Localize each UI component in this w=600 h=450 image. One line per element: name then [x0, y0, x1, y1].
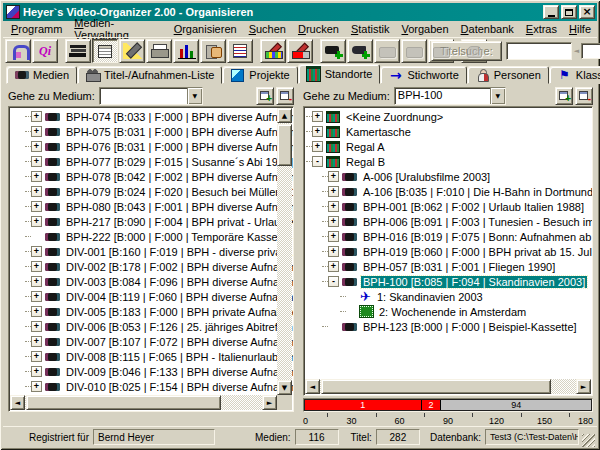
- tree-expander[interactable]: +: [31, 351, 42, 362]
- tab-personen[interactable]: Personen: [467, 66, 549, 84]
- tree-expander[interactable]: +: [31, 111, 42, 122]
- tree-item[interactable]: + BPH-076 [B:031 | F:000 | BPH diverse A…: [11, 139, 293, 154]
- tree-item[interactable]: + BPH-075 [B:031 | F:000 | BPH diverse A…: [11, 124, 293, 139]
- tree-item[interactable]: + DIV-001 [B:160 | F:019 | BPH - diverse…: [11, 244, 293, 259]
- tree-item[interactable]: + <Keine Zuordnung>: [306, 109, 592, 124]
- menu-hilfe[interactable]: Hilfe: [563, 22, 597, 36]
- right-goto-medium-combobox[interactable]: BPH-100 ▼: [394, 87, 506, 105]
- scrollbar-thumb[interactable]: [277, 124, 292, 166]
- left-goto-medium-combobox[interactable]: ▼: [99, 87, 203, 105]
- horizontal-scrollbar[interactable]: ◄ ►: [10, 395, 277, 410]
- expand-all-button[interactable]: +: [555, 87, 573, 105]
- tree-expander[interactable]: +: [31, 141, 42, 152]
- tree-item[interactable]: + BPH-006 [B:091 | F:003 | Tunesien - Be…: [306, 214, 592, 229]
- tree-item[interactable]: + DIV-003 [B:084 | F:096 | BPH diverse A…: [11, 274, 293, 289]
- medien-verwaltung-button[interactable]: [65, 39, 91, 63]
- tree-item[interactable]: BPH-123 [B:000 | F:000 | Beispiel-Kasset…: [306, 319, 592, 334]
- vorgaben-button[interactable]: [200, 39, 226, 63]
- tree-item[interactable]: + DIV-007 [B:107 | F:072 | BPH diverse A…: [11, 334, 293, 349]
- menu-statistik[interactable]: Statistik: [345, 22, 396, 36]
- neues-medium-button[interactable]: [320, 39, 346, 63]
- menu-programm[interactable]: Programm: [5, 22, 68, 36]
- tree-expander[interactable]: +: [31, 261, 42, 272]
- tree-item[interactable]: + Regal A: [306, 139, 592, 154]
- tree-item[interactable]: + Kamertasche: [306, 124, 592, 139]
- menu-organisieren[interactable]: Organisieren: [168, 22, 243, 36]
- tree-expander[interactable]: +: [31, 201, 42, 212]
- organisieren-button[interactable]: [92, 39, 118, 63]
- tree-expander[interactable]: +: [312, 126, 323, 137]
- tree-expander[interactable]: +: [31, 366, 42, 377]
- quickinfo-button[interactable]: Qi: [32, 39, 58, 63]
- tree-expander[interactable]: +: [328, 261, 339, 272]
- scroll-right-button[interactable]: ►: [262, 395, 277, 410]
- tree-expander[interactable]: +: [31, 306, 42, 317]
- menu-datenbank[interactable]: Datenbank: [455, 22, 520, 36]
- tree-item[interactable]: + BPH-001 [B:062 | F:002 | Urlaub Italie…: [306, 199, 592, 214]
- listen-button[interactable]: [227, 39, 253, 63]
- horizontal-scrollbar[interactable]: ◄ ►: [305, 379, 591, 394]
- tree-item[interactable]: + BPH-077 [B:029 | F:015 | Susanne´s Abi…: [11, 154, 293, 169]
- tree-expander[interactable]: +: [328, 171, 339, 182]
- statistik-button[interactable]: [173, 39, 199, 63]
- vertical-scrollbar[interactable]: ▲ ▼: [277, 108, 292, 395]
- menu-suchen[interactable]: Suchen: [243, 22, 292, 36]
- menu-vorgaben[interactable]: Vorgaben: [395, 22, 454, 36]
- scroll-left-button[interactable]: ◄: [10, 395, 25, 410]
- suchen-button[interactable]: [119, 39, 145, 63]
- minimize-button[interactable]: [543, 5, 559, 19]
- tree-expander[interactable]: +: [31, 186, 42, 197]
- tree-expander[interactable]: +: [312, 111, 323, 122]
- tab-stichworte[interactable]: → Stichworte: [380, 66, 466, 84]
- scrollbar-thumb[interactable]: [321, 379, 551, 394]
- tab-klassifizierungen[interactable]: ⚑ Klassifizierungen: [549, 66, 600, 84]
- tree-expander[interactable]: +: [31, 321, 42, 332]
- scrollbar-thumb[interactable]: [26, 395, 221, 410]
- tree-item[interactable]: + BPH-057 [B:031 | F:001 | Fliegen 1990]: [306, 259, 592, 274]
- scroll-right-button[interactable]: ►: [576, 379, 591, 394]
- resize-grip[interactable]: [582, 434, 595, 447]
- medium-bearbeiten-button[interactable]: [374, 39, 400, 63]
- tree-item[interactable]: - BPH-100 [B:085 | F:094 | Skandinavien …: [306, 274, 592, 289]
- tree-expander[interactable]: +: [31, 276, 42, 287]
- tree-expander[interactable]: +: [31, 216, 42, 227]
- tree-item[interactable]: 2: Wochenende in Amsterdam: [306, 304, 592, 319]
- tab-medien[interactable]: Medien: [6, 66, 77, 84]
- etiketten-drucken-button[interactable]: [260, 39, 286, 63]
- prev-record-arrow-icon[interactable]: ◄: [572, 47, 581, 55]
- tree-expander[interactable]: +: [31, 381, 42, 392]
- menu-drucken[interactable]: Drucken: [292, 22, 345, 36]
- medium-loeschen-button[interactable]: [401, 39, 427, 63]
- drucken-button[interactable]: [146, 39, 172, 63]
- tree-expander[interactable]: +: [328, 246, 339, 257]
- tab-projekte[interactable]: Projekte: [222, 66, 297, 84]
- collapse-all-button[interactable]: -: [276, 87, 294, 105]
- tree-expander[interactable]: +: [328, 186, 339, 197]
- tree-item[interactable]: + DIV-009 [B:046 | F:133 | BPH diverse A…: [11, 364, 293, 379]
- tree-item[interactable]: + BPH-080 [B:043 | F:001 | BPH diverse A…: [11, 199, 293, 214]
- record-number-box[interactable]: [581, 43, 600, 59]
- tree-item[interactable]: ✈ 1: Skandinavien 2003: [306, 289, 592, 304]
- tree-item[interactable]: + A-006 [Uralubsfilme 2003]: [306, 169, 592, 184]
- expand-all-button[interactable]: +: [256, 87, 274, 105]
- etiketten-gestalten-button[interactable]: [287, 39, 313, 63]
- tree-item[interactable]: + DIV-008 [B:115 | F:065 | BPH - Italien…: [11, 349, 293, 364]
- tree-item[interactable]: + BPH-074 [B:033 | F:000 | BPH diverse A…: [11, 109, 293, 124]
- tree-item[interactable]: + BPH-079 [B:024 | F:020 | Besuch bei Mü…: [11, 184, 293, 199]
- tree-item[interactable]: + DIV-010 [B:025 | F:154 | BPH diverse A…: [11, 379, 293, 394]
- collapse-all-button[interactable]: -: [575, 87, 593, 105]
- tree-item[interactable]: + BPH-016 [B:019 | F:075 | Bonn: Aufnahm…: [306, 229, 592, 244]
- tree-expander[interactable]: -: [312, 156, 323, 167]
- scroll-up-button[interactable]: ▲: [277, 108, 292, 123]
- tree-item[interactable]: + DIV-002 [B:178 | F:002 | BPH diverse A…: [11, 259, 293, 274]
- tab-standorte[interactable]: Standorte: [298, 64, 381, 84]
- tree-item[interactable]: + BPH-019 [B:060 | F:000 | BPH privat ab…: [306, 244, 592, 259]
- tree-expander[interactable]: +: [31, 126, 42, 137]
- combobox-dropdown-button[interactable]: ▼: [187, 88, 202, 104]
- tree-expander[interactable]: +: [31, 246, 42, 257]
- tree-expander[interactable]: +: [31, 291, 42, 302]
- neue-aufnahme-button[interactable]: [347, 39, 373, 63]
- tree-item[interactable]: + BPH-078 [B:042 | F:002 | BPH diverse A…: [11, 169, 293, 184]
- tree-expander[interactable]: +: [31, 336, 42, 347]
- tree-expander[interactable]: +: [328, 231, 339, 242]
